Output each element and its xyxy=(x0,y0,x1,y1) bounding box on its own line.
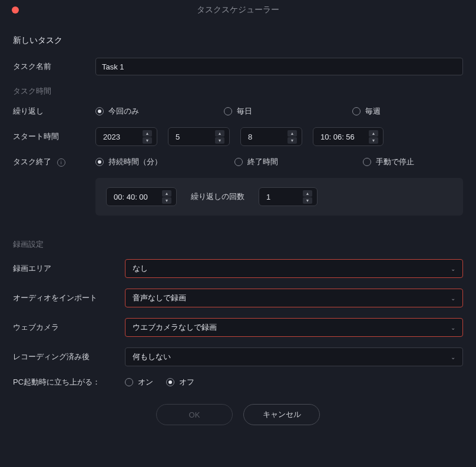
task-time-group-label: タスク時間 xyxy=(13,86,463,97)
start-year-spinner[interactable]: 2023 ▲▼ xyxy=(95,127,157,146)
webcam-select[interactable]: ウエブカメラなしで録画 ⌄ xyxy=(125,318,463,337)
end-manual-text: 手動で停止 xyxy=(376,157,414,167)
ok-button[interactable]: OK xyxy=(156,404,233,425)
chevron-up-icon[interactable]: ▲ xyxy=(143,130,152,137)
after-record-select[interactable]: 何もしない ⌄ xyxy=(125,347,463,366)
chevron-down-icon[interactable]: ▼ xyxy=(162,197,171,204)
record-group-label: 録画設定 xyxy=(13,239,463,250)
startup-on-text: オン xyxy=(138,377,153,387)
audio-value: 音声なしで録画 xyxy=(133,293,186,303)
audio-select[interactable]: 音声なしで録画 ⌄ xyxy=(125,289,463,307)
startup-label: PC起動時に立ち上がる： xyxy=(13,377,125,387)
end-time-text: 終了時間 xyxy=(247,157,278,167)
webcam-value: ウエブカメラなしで録画 xyxy=(133,322,217,333)
repeat-weekly-radio[interactable]: 毎週 xyxy=(352,106,381,117)
chevron-down-icon[interactable]: ▼ xyxy=(369,137,378,144)
repeat-label: 繰り返し xyxy=(13,106,95,117)
radio-icon xyxy=(95,107,104,115)
task-end-label-text: タスク終了 xyxy=(13,157,51,166)
end-duration-text: 持続時間（分） xyxy=(108,157,162,167)
end-subbox: 00: 40: 00 ▲▼ 繰り返しの回数 1 ▲▼ xyxy=(95,178,463,216)
start-day-value: 8 xyxy=(248,133,284,141)
start-time-label: スタート時間 xyxy=(13,131,95,142)
record-area-select[interactable]: なし ⌄ xyxy=(125,259,463,278)
chevron-down-icon: ⌄ xyxy=(451,324,455,331)
repeat-daily-radio[interactable]: 毎日 xyxy=(224,106,348,117)
radio-icon xyxy=(95,158,104,166)
start-time-spinner[interactable]: 10: 06: 56 ▲▼ xyxy=(313,127,384,146)
chevron-down-icon: ⌄ xyxy=(451,354,455,360)
task-name-label: タスク名前 xyxy=(13,61,95,72)
duration-value: 00: 40: 00 xyxy=(114,193,158,201)
radio-icon xyxy=(166,378,174,386)
repeat-count-value: 1 xyxy=(266,193,299,201)
webcam-label: ウェブカメラ xyxy=(13,322,125,333)
end-time-radio[interactable]: 終了時間 xyxy=(234,157,358,167)
new-task-header: 新しいタスク xyxy=(13,35,463,46)
radio-icon xyxy=(234,158,243,166)
radio-icon xyxy=(363,158,371,166)
repeat-once-text: 今回のみ xyxy=(108,106,139,117)
duration-spinner[interactable]: 00: 40: 00 ▲▼ xyxy=(106,187,177,206)
chevron-down-icon[interactable]: ▼ xyxy=(303,197,312,204)
audio-label: オーディオをインポート xyxy=(13,293,125,303)
task-end-label: タスク終了 i xyxy=(13,157,95,167)
end-manual-radio[interactable]: 手動で停止 xyxy=(363,157,414,167)
end-duration-radio[interactable]: 持続時間（分） xyxy=(95,157,230,167)
task-name-input[interactable] xyxy=(95,58,463,75)
radio-icon xyxy=(224,107,232,115)
chevron-up-icon[interactable]: ▲ xyxy=(215,130,224,137)
close-window-dot[interactable] xyxy=(12,6,19,14)
repeat-weekly-text: 毎週 xyxy=(365,106,381,117)
start-day-spinner[interactable]: 8 ▲▼ xyxy=(240,127,302,146)
cancel-button[interactable]: キャンセル xyxy=(243,404,320,425)
record-area-value: なし xyxy=(133,263,148,274)
repeat-count-label: 繰り返しの回数 xyxy=(191,191,244,202)
radio-icon xyxy=(125,378,133,386)
titlebar: タスクスケジューラー xyxy=(0,0,476,20)
start-year-value: 2023 xyxy=(103,133,139,141)
chevron-down-icon[interactable]: ▼ xyxy=(143,137,152,144)
after-record-value: 何もしない xyxy=(133,352,171,362)
repeat-daily-text: 毎日 xyxy=(237,106,252,117)
chevron-up-icon[interactable]: ▲ xyxy=(287,130,297,137)
startup-off-text: オフ xyxy=(179,377,194,387)
chevron-down-icon: ⌄ xyxy=(451,266,455,272)
chevron-up-icon[interactable]: ▲ xyxy=(162,190,171,197)
chevron-down-icon: ⌄ xyxy=(451,295,455,302)
info-icon[interactable]: i xyxy=(57,158,65,167)
chevron-down-icon[interactable]: ▼ xyxy=(287,137,297,144)
record-area-label: 録画エリア xyxy=(13,263,125,274)
after-record-label: レコーディング済み後 xyxy=(13,352,125,362)
startup-on-radio[interactable]: オン xyxy=(125,377,153,387)
repeat-once-radio[interactable]: 今回のみ xyxy=(95,106,219,117)
start-time-value: 10: 06: 56 xyxy=(320,133,365,141)
window-title: タスクスケジューラー xyxy=(0,5,476,15)
start-month-value: 5 xyxy=(176,133,211,141)
chevron-down-icon[interactable]: ▼ xyxy=(215,137,224,144)
startup-off-radio[interactable]: オフ xyxy=(166,377,194,387)
radio-icon xyxy=(352,107,361,115)
repeat-count-spinner[interactable]: 1 ▲▼ xyxy=(259,187,318,206)
start-month-spinner[interactable]: 5 ▲▼ xyxy=(168,127,230,146)
chevron-up-icon[interactable]: ▲ xyxy=(369,130,378,137)
chevron-up-icon[interactable]: ▲ xyxy=(303,190,312,197)
